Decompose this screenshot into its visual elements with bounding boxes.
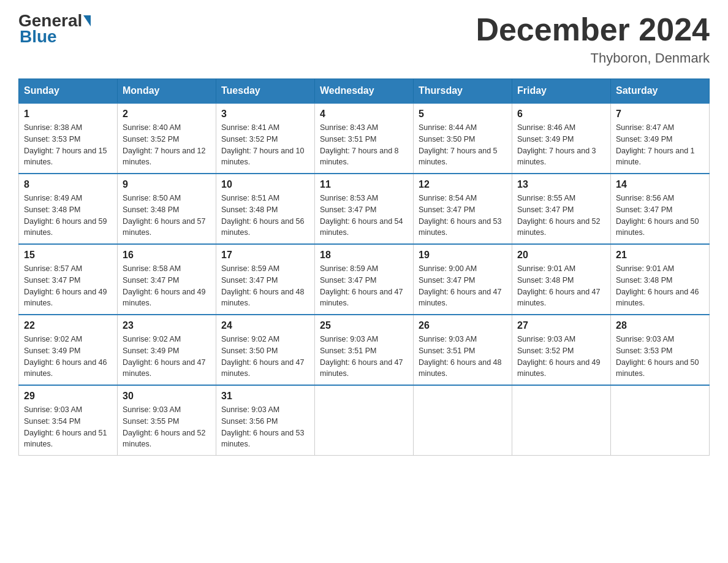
day-info: Sunrise: 9:02 AM Sunset: 3:50 PM Dayligh… [221,334,309,380]
calendar-subtitle: Thyboron, Denmark [476,50,710,66]
day-number: 3 [221,109,309,120]
day-number: 9 [123,179,211,190]
day-info: Sunrise: 8:54 AM Sunset: 3:47 PM Dayligh… [419,193,507,239]
day-info: Sunrise: 9:03 AM Sunset: 3:51 PM Dayligh… [419,334,507,380]
calendar-cell [315,385,414,456]
day-number: 18 [320,250,408,261]
calendar-cell: 2 Sunrise: 8:40 AM Sunset: 3:52 PM Dayli… [118,103,216,174]
calendar-cell: 12 Sunrise: 8:54 AM Sunset: 3:47 PM Dayl… [414,174,512,244]
calendar-week-2: 8 Sunrise: 8:49 AM Sunset: 3:48 PM Dayli… [19,174,710,244]
calendar-cell [414,385,512,456]
day-info: Sunrise: 9:01 AM Sunset: 3:48 PM Dayligh… [517,263,605,309]
calendar-cell: 20 Sunrise: 9:01 AM Sunset: 3:48 PM Dayl… [512,244,611,315]
day-info: Sunrise: 8:51 AM Sunset: 3:48 PM Dayligh… [221,193,309,239]
day-number: 24 [221,320,309,331]
header-wednesday: Wednesday [315,79,414,104]
calendar-table: Sunday Monday Tuesday Wednesday Thursday… [18,79,710,456]
day-info: Sunrise: 9:01 AM Sunset: 3:48 PM Dayligh… [616,263,704,309]
calendar-cell: 6 Sunrise: 8:46 AM Sunset: 3:49 PM Dayli… [512,103,611,174]
calendar-cell: 9 Sunrise: 8:50 AM Sunset: 3:48 PM Dayli… [118,174,216,244]
day-info: Sunrise: 8:47 AM Sunset: 3:49 PM Dayligh… [616,122,704,168]
day-info: Sunrise: 8:56 AM Sunset: 3:47 PM Dayligh… [616,193,704,239]
header-saturday: Saturday [611,79,710,104]
calendar-cell: 19 Sunrise: 9:00 AM Sunset: 3:47 PM Dayl… [414,244,512,315]
calendar-cell: 28 Sunrise: 9:03 AM Sunset: 3:53 PM Dayl… [611,315,710,385]
day-number: 2 [123,109,211,120]
day-number: 20 [517,250,605,261]
calendar-cell: 24 Sunrise: 9:02 AM Sunset: 3:50 PM Dayl… [216,315,315,385]
day-number: 11 [320,179,408,190]
calendar-cell: 31 Sunrise: 9:03 AM Sunset: 3:56 PM Dayl… [216,385,315,456]
header-sunday: Sunday [19,79,118,104]
calendar-cell: 14 Sunrise: 8:56 AM Sunset: 3:47 PM Dayl… [611,174,710,244]
calendar-cell: 23 Sunrise: 9:02 AM Sunset: 3:49 PM Dayl… [118,315,216,385]
calendar-cell: 4 Sunrise: 8:43 AM Sunset: 3:51 PM Dayli… [315,103,414,174]
day-info: Sunrise: 8:46 AM Sunset: 3:49 PM Dayligh… [517,122,605,168]
day-info: Sunrise: 8:59 AM Sunset: 3:47 PM Dayligh… [320,263,408,309]
calendar-cell: 22 Sunrise: 9:02 AM Sunset: 3:49 PM Dayl… [19,315,118,385]
day-info: Sunrise: 8:59 AM Sunset: 3:47 PM Dayligh… [221,263,309,309]
calendar-cell: 21 Sunrise: 9:01 AM Sunset: 3:48 PM Dayl… [611,244,710,315]
day-info: Sunrise: 8:50 AM Sunset: 3:48 PM Dayligh… [123,193,211,239]
day-number: 31 [221,391,309,402]
day-info: Sunrise: 9:03 AM Sunset: 3:52 PM Dayligh… [517,334,605,380]
day-info: Sunrise: 9:00 AM Sunset: 3:47 PM Dayligh… [419,263,507,309]
day-number: 6 [517,109,605,120]
header-tuesday: Tuesday [216,79,315,104]
calendar-cell: 7 Sunrise: 8:47 AM Sunset: 3:49 PM Dayli… [611,103,710,174]
day-info: Sunrise: 8:44 AM Sunset: 3:50 PM Dayligh… [419,122,507,168]
day-number: 5 [419,109,507,120]
calendar-cell: 27 Sunrise: 9:03 AM Sunset: 3:52 PM Dayl… [512,315,611,385]
day-number: 10 [221,179,309,190]
day-info: Sunrise: 9:02 AM Sunset: 3:49 PM Dayligh… [24,334,112,380]
day-number: 23 [123,320,211,331]
calendar-week-5: 29 Sunrise: 9:03 AM Sunset: 3:54 PM Dayl… [19,385,710,456]
day-info: Sunrise: 9:03 AM Sunset: 3:53 PM Dayligh… [616,334,704,380]
day-info: Sunrise: 8:58 AM Sunset: 3:47 PM Dayligh… [123,263,211,309]
calendar-week-1: 1 Sunrise: 8:38 AM Sunset: 3:53 PM Dayli… [19,103,710,174]
calendar-cell: 11 Sunrise: 8:53 AM Sunset: 3:47 PM Dayl… [315,174,414,244]
calendar-cell: 29 Sunrise: 9:03 AM Sunset: 3:54 PM Dayl… [19,385,118,456]
day-number: 12 [419,179,507,190]
day-number: 7 [616,109,704,120]
header-friday: Friday [512,79,611,104]
calendar-cell: 17 Sunrise: 8:59 AM Sunset: 3:47 PM Dayl… [216,244,315,315]
calendar-cell [611,385,710,456]
day-info: Sunrise: 8:38 AM Sunset: 3:53 PM Dayligh… [24,122,112,168]
day-info: Sunrise: 9:03 AM Sunset: 3:55 PM Dayligh… [123,404,211,450]
day-info: Sunrise: 8:49 AM Sunset: 3:48 PM Dayligh… [24,193,112,239]
day-number: 15 [24,250,112,261]
calendar-cell: 30 Sunrise: 9:03 AM Sunset: 3:55 PM Dayl… [118,385,216,456]
calendar-header-row: Sunday Monday Tuesday Wednesday Thursday… [19,79,710,104]
day-number: 19 [419,250,507,261]
calendar-cell: 3 Sunrise: 8:41 AM Sunset: 3:52 PM Dayli… [216,103,315,174]
day-info: Sunrise: 9:03 AM Sunset: 3:56 PM Dayligh… [221,404,309,450]
day-info: Sunrise: 8:57 AM Sunset: 3:47 PM Dayligh… [24,263,112,309]
day-number: 16 [123,250,211,261]
header-thursday: Thursday [414,79,512,104]
calendar-cell: 15 Sunrise: 8:57 AM Sunset: 3:47 PM Dayl… [19,244,118,315]
day-info: Sunrise: 9:03 AM Sunset: 3:51 PM Dayligh… [320,334,408,380]
day-info: Sunrise: 8:55 AM Sunset: 3:47 PM Dayligh… [517,193,605,239]
calendar-week-4: 22 Sunrise: 9:02 AM Sunset: 3:49 PM Dayl… [19,315,710,385]
calendar-cell: 10 Sunrise: 8:51 AM Sunset: 3:48 PM Dayl… [216,174,315,244]
header: General Blue December 2024 Thyboron, Den… [18,12,710,66]
day-number: 14 [616,179,704,190]
day-number: 26 [419,320,507,331]
calendar-week-3: 15 Sunrise: 8:57 AM Sunset: 3:47 PM Dayl… [19,244,710,315]
day-number: 28 [616,320,704,331]
calendar-cell: 8 Sunrise: 8:49 AM Sunset: 3:48 PM Dayli… [19,174,118,244]
title-area: December 2024 Thyboron, Denmark [476,12,710,66]
day-number: 8 [24,179,112,190]
day-number: 17 [221,250,309,261]
day-number: 21 [616,250,704,261]
calendar-cell: 16 Sunrise: 8:58 AM Sunset: 3:47 PM Dayl… [118,244,216,315]
day-number: 4 [320,109,408,120]
calendar-cell: 18 Sunrise: 8:59 AM Sunset: 3:47 PM Dayl… [315,244,414,315]
day-number: 27 [517,320,605,331]
day-info: Sunrise: 8:43 AM Sunset: 3:51 PM Dayligh… [320,122,408,168]
calendar-cell: 26 Sunrise: 9:03 AM Sunset: 3:51 PM Dayl… [414,315,512,385]
day-info: Sunrise: 8:41 AM Sunset: 3:52 PM Dayligh… [221,122,309,168]
day-number: 1 [24,109,112,120]
calendar-cell: 13 Sunrise: 8:55 AM Sunset: 3:47 PM Dayl… [512,174,611,244]
